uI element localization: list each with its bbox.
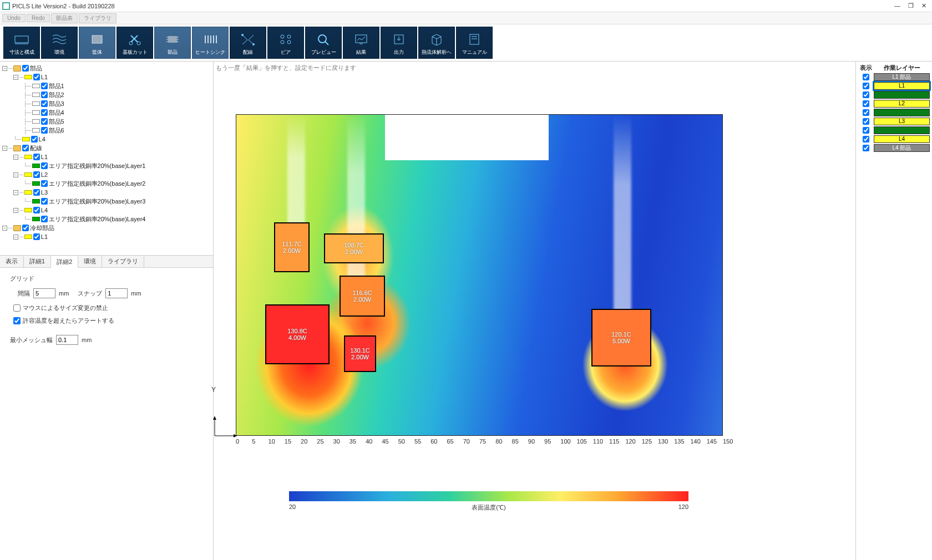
undo-button[interactable]: Undo — [2, 14, 26, 22]
tree-label[interactable]: 部品5 — [49, 118, 64, 126]
tree-label[interactable]: 部品3 — [49, 100, 64, 108]
cb-temp-alert[interactable] — [13, 317, 21, 324]
tb-body[interactable]: 筐体 — [79, 27, 115, 59]
menu-bar: Undo Redo 部品表 ライブラリ — [0, 12, 932, 24]
x-axis-ticks: 0510152025303540455055606570758085909510… — [236, 438, 723, 445]
minimize-icon[interactable]: — — [894, 2, 900, 9]
tb-env[interactable]: 環境 — [41, 27, 78, 59]
axis-indicator: X — [209, 414, 242, 442]
app-icon — [2, 2, 10, 10]
tb-via[interactable]: ビア — [267, 27, 304, 59]
y-axis-label: Y — [211, 386, 216, 394]
model-tree[interactable]: −─部品 −─L1 ├─部品1├─部品2├─部品3├─部品4├─部品5├─部品6… — [0, 62, 213, 256]
layer-panel: 表示作業レイヤー L1 部品L1L2L3L4L4 部品 — [855, 62, 932, 560]
component-1[interactable]: 111.7C2.00W — [274, 222, 310, 272]
tree-check[interactable] — [41, 118, 48, 125]
mesh-input[interactable] — [56, 335, 78, 345]
snap-input[interactable] — [105, 288, 128, 298]
heatmap[interactable]: 111.7C2.00W 108.7C2.00W 116.6C2.00W 130.… — [236, 114, 723, 436]
detail-tabs: 表示 詳細1 詳細2 環境 ライブラリ — [0, 256, 213, 268]
layer-tag[interactable] — [874, 126, 930, 134]
tab-detail1[interactable]: 詳細1 — [24, 256, 51, 267]
layer-visible-check[interactable] — [863, 109, 869, 116]
tree-check[interactable] — [41, 127, 48, 134]
layer-visible-check[interactable] — [863, 127, 869, 134]
tree-label[interactable]: 部品 — [30, 64, 42, 73]
layer-tag[interactable]: L3 — [874, 118, 930, 125]
collapse-icon[interactable]: − — [2, 66, 7, 71]
tb-wiring[interactable]: 配線 — [230, 27, 266, 59]
tree-label[interactable]: 部品4 — [49, 109, 64, 117]
svg-point-22 — [287, 35, 291, 38]
tb-cfd[interactable]: 熱流体解析へ — [418, 27, 455, 59]
layer-visible-check[interactable] — [863, 100, 869, 107]
tree-check[interactable] — [41, 83, 48, 89]
layer-visible-check[interactable] — [863, 91, 869, 98]
layer-visible-check[interactable] — [863, 74, 869, 80]
layer-tag[interactable]: L1 部品 — [874, 73, 930, 81]
window-title: PICLS Lite Version2 - Build 20190228 — [12, 3, 894, 9]
svg-rect-2 — [15, 36, 28, 43]
folder-icon — [13, 65, 21, 72]
svg-point-20 — [252, 43, 255, 45]
layer-visible-check[interactable] — [863, 145, 869, 151]
component-6[interactable]: 120.1C5.00W — [591, 309, 651, 366]
detail-panel: グリッド 間隔 mm スナップ mm マウスによるサイズ変更の禁止 許容温度を超… — [0, 268, 213, 357]
component-3[interactable]: 116.6C2.00W — [340, 276, 385, 317]
tab-env[interactable]: 環境 — [78, 256, 102, 267]
library-button[interactable]: ライブラリ — [79, 13, 116, 23]
svg-marker-35 — [213, 416, 216, 420]
layer-visible-check[interactable] — [863, 118, 869, 125]
tree-check[interactable] — [41, 100, 48, 107]
tree-label[interactable]: 部品6 — [49, 126, 64, 135]
tb-cut[interactable]: 基板カット — [116, 27, 153, 59]
tb-output[interactable]: 出力 — [381, 27, 417, 59]
layer-visible-check[interactable] — [863, 136, 869, 142]
cutout — [385, 115, 549, 160]
layer-tag[interactable]: L4 — [874, 135, 930, 143]
maximize-icon[interactable]: ❐ — [908, 2, 914, 9]
layer-visible-check[interactable] — [863, 83, 869, 89]
svg-rect-7 — [168, 36, 177, 43]
svg-rect-30 — [470, 34, 479, 44]
parts-list-button[interactable]: 部品表 — [51, 13, 78, 23]
tree-label[interactable]: 部品1 — [49, 82, 64, 90]
tab-detail2[interactable]: 詳細2 — [51, 256, 78, 268]
tree-check[interactable] — [41, 109, 48, 116]
layer-tag[interactable] — [874, 91, 930, 99]
hint-text: もう一度「結果」を押すと、設定モードに戻ります — [216, 64, 356, 72]
cb-mouse-resize[interactable] — [13, 304, 21, 312]
interval-input[interactable] — [33, 288, 55, 298]
svg-point-23 — [281, 40, 284, 44]
svg-line-26 — [325, 42, 328, 45]
layer-tag[interactable]: L2 — [874, 100, 930, 108]
tb-result[interactable]: 結果 — [343, 27, 379, 59]
svg-marker-36 — [234, 434, 237, 437]
viewport[interactable]: もう一度「結果」を押すと、設定モードに戻ります 111.7C2.00W 108.… — [214, 62, 855, 560]
component-5[interactable]: 130.1C2.00W — [344, 335, 376, 372]
layer-tag[interactable]: L1 — [874, 82, 930, 90]
svg-point-21 — [281, 35, 284, 38]
component-2[interactable]: 108.7C2.00W — [324, 233, 384, 263]
svg-point-24 — [287, 40, 291, 44]
layer-tag[interactable]: L4 部品 — [874, 144, 930, 152]
redo-button[interactable]: Redo — [27, 14, 50, 22]
svg-rect-1 — [3, 3, 9, 9]
plume — [287, 115, 305, 237]
tb-preview[interactable]: プレビュー — [305, 27, 342, 59]
layer-icon — [24, 75, 32, 79]
tree-label[interactable]: 部品2 — [49, 91, 64, 99]
tab-display[interactable]: 表示 — [0, 256, 24, 267]
tb-dims[interactable]: 寸法と構成 — [3, 27, 40, 59]
component-4[interactable]: 130.8C4.00W — [265, 304, 330, 364]
svg-rect-4 — [92, 35, 102, 43]
tree-check[interactable] — [41, 91, 48, 98]
tb-part[interactable]: 部品 — [154, 27, 191, 59]
tree-check[interactable] — [22, 65, 29, 72]
tb-manual[interactable]: マニュアル — [456, 27, 493, 59]
close-icon[interactable]: ✕ — [921, 2, 926, 9]
layer-tag[interactable] — [874, 109, 930, 116]
svg-point-6 — [137, 42, 140, 45]
tb-heatsink[interactable]: ヒートシンク — [192, 27, 229, 59]
tab-library[interactable]: ライブラリ — [102, 256, 144, 267]
